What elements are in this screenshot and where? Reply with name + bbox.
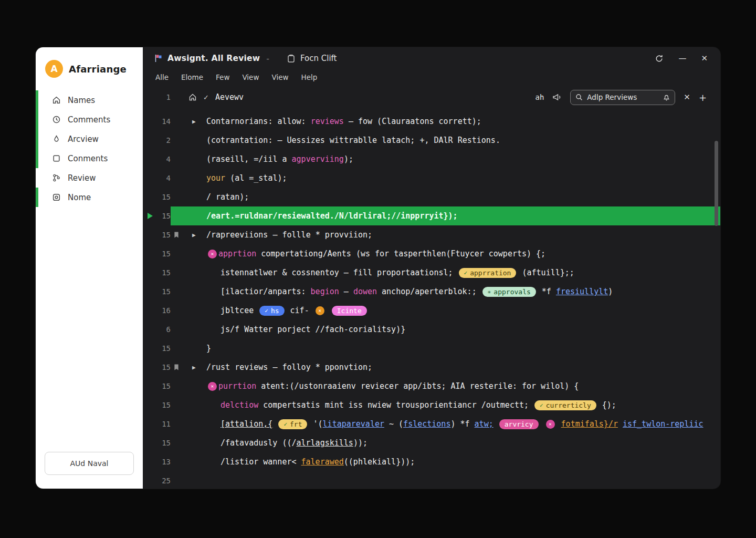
line-number: 15 bbox=[143, 193, 171, 201]
sidebar-item-names[interactable]: Names bbox=[36, 90, 143, 110]
code-line[interactable]: 11[attalion,{ ✓frt '(litaparevaler ~ (fs… bbox=[143, 415, 720, 433]
code-token: cif- bbox=[286, 306, 314, 315]
code-line[interactable]: 15} bbox=[143, 339, 720, 358]
code-token: /rust reviews — folloy * pponvtion; bbox=[206, 363, 372, 372]
check-icon: ✓ bbox=[265, 307, 268, 314]
line-number: 6 bbox=[143, 325, 171, 334]
sidebar-item-conments[interactable]: Conments bbox=[36, 149, 143, 168]
code-line[interactable]: 13/listior wanner< falerawed((phlekiall}… bbox=[143, 452, 720, 471]
fold-arrow-icon[interactable]: ▶ bbox=[192, 364, 196, 371]
sidebar-item-nome[interactable]: Nome bbox=[36, 188, 143, 207]
code-token bbox=[540, 419, 544, 429]
menu-item-3[interactable]: View bbox=[242, 73, 259, 81]
code-line[interactable]: 15▶/rust reviews — folloy * pponvtion; bbox=[143, 358, 720, 377]
code-line[interactable]: 6js/f Watter porject //fach-corialitsy)} bbox=[143, 320, 720, 339]
bookmark-icon[interactable] bbox=[174, 232, 179, 239]
code-text: jbltcee ✓hs cif- ✕ Icinte bbox=[206, 306, 368, 316]
code-line[interactable]: 14▶Contarnorians: allow: reviews — fow (… bbox=[143, 112, 720, 131]
fold-arrow-icon[interactable]: ▶ bbox=[192, 118, 196, 125]
code-text: / ratan); bbox=[206, 192, 249, 202]
code-line-body: [ilactior/anparts: begion — dowen anchop… bbox=[171, 282, 720, 301]
badge-currerticly[interactable]: ✓currerticly bbox=[534, 400, 596, 410]
code-line[interactable]: 15istennatlwer & cossnentoy — fill propo… bbox=[143, 263, 720, 282]
menu-item-1[interactable]: Elome bbox=[181, 73, 203, 81]
menu-item-0[interactable]: Alle bbox=[155, 73, 169, 81]
code-line[interactable]: 16jbltcee ✓hs cif- ✕ Icinte bbox=[143, 301, 720, 320]
restore-icon[interactable] bbox=[655, 54, 664, 63]
close-icon[interactable]: ✕ bbox=[701, 55, 708, 63]
code-line[interactable]: 2(cotrantation: — Uessizes wittrablle la… bbox=[143, 131, 720, 150]
code-line[interactable]: 25 bbox=[143, 471, 720, 489]
code-text: your (al =_stal); bbox=[206, 173, 287, 183]
line-number: 15 bbox=[143, 212, 171, 220]
badge-Icinte[interactable]: Icinte bbox=[332, 306, 367, 316]
app-logo: A Afarriange bbox=[36, 47, 143, 88]
code-token: )); bbox=[353, 438, 368, 448]
code-line-body: ✕apprtion compertationg/Aents (ws for ta… bbox=[171, 244, 720, 263]
code-line[interactable]: 4(raseill, =/iil a agpverviing); bbox=[143, 150, 720, 169]
home-icon[interactable] bbox=[188, 93, 197, 101]
code-token: apprtion bbox=[218, 249, 256, 258]
line-number: 15 bbox=[143, 250, 171, 258]
badge-arvricy[interactable]: arvricy bbox=[499, 419, 539, 429]
add-button[interactable]: AUd Naval bbox=[45, 452, 134, 475]
code-token: jbltcee bbox=[220, 306, 258, 315]
app-title: Awsignt. All Review bbox=[167, 54, 260, 63]
line-number: 13 bbox=[143, 458, 171, 466]
scrollbar-thumb[interactable] bbox=[715, 141, 718, 226]
code-token: / ratan); bbox=[206, 192, 249, 202]
window-controls: — ✕ bbox=[655, 54, 708, 63]
search-input[interactable] bbox=[587, 93, 659, 101]
code-line-body: delctiow compertsatis mint iss nwiew tro… bbox=[171, 396, 720, 415]
badge-approvals[interactable]: ✳approvals bbox=[482, 287, 536, 297]
menu-item-4[interactable]: View bbox=[271, 73, 288, 81]
bookmark-icon[interactable] bbox=[174, 364, 179, 371]
code-line[interactable]: 15▶/rapreeviions — follle * provviion; bbox=[143, 225, 720, 244]
code-token: fresiullylt bbox=[556, 287, 608, 296]
fold-arrow-icon[interactable]: ▶ bbox=[192, 232, 196, 239]
code-line[interactable]: 15/fatavadusly ((/alrlagskills)); bbox=[143, 433, 720, 452]
menu-item-5[interactable]: Help bbox=[301, 73, 318, 81]
code-line-body: / ratan); bbox=[171, 188, 720, 206]
code-text: (raseill, =/iil a agpverviing); bbox=[206, 154, 353, 164]
code-token: ((phlekiall})); bbox=[344, 457, 415, 467]
badge-label: apprration bbox=[470, 269, 511, 277]
code-line[interactable]: 15delctiow compertsatis mint iss nwiew t… bbox=[143, 396, 720, 415]
add-icon[interactable]: + bbox=[699, 92, 707, 103]
code-line[interactable]: 4your (al =_stal); bbox=[143, 169, 720, 188]
x-circle-icon[interactable]: ✕ bbox=[208, 250, 217, 258]
badge-label: approvals bbox=[494, 288, 530, 296]
code-token: ) *f bbox=[450, 419, 474, 429]
clear-search-icon[interactable]: ✕ bbox=[684, 92, 690, 102]
line-number: 15 bbox=[143, 287, 171, 296]
code-line[interactable]: 15/ ratan); bbox=[143, 188, 720, 206]
code-line[interactable]: 15✕purrtion atent:(/ustonraaienv reviece… bbox=[143, 377, 720, 396]
sidebar-item-label: Comments bbox=[68, 115, 110, 125]
code-line[interactable]: 15[ilactior/anparts: begion — dowen anch… bbox=[143, 282, 720, 301]
badge-frt[interactable]: ✓frt bbox=[278, 419, 307, 429]
code-line[interactable]: 15/eart.=ruldnar/resiewalted./N/ldrliral… bbox=[143, 206, 720, 225]
code-line[interactable]: 15✕apprtion compertationg/Aents (ws for … bbox=[143, 244, 720, 263]
x-circle-icon[interactable]: ✕ bbox=[546, 420, 555, 429]
sidebar-item-review[interactable]: Review bbox=[36, 168, 143, 188]
minimize-icon[interactable]: — bbox=[678, 55, 686, 63]
code-token: /rapreeviions — follle * provviion; bbox=[206, 230, 372, 240]
code-token: fotmifals}/r bbox=[561, 419, 618, 429]
line-number: 15 bbox=[143, 231, 171, 239]
badge-hs[interactable]: ✓hs bbox=[259, 306, 284, 316]
menu-item-2[interactable]: Few bbox=[216, 73, 229, 81]
editor-panel: Awsignt. All Review - Focn Clift — ✕ All… bbox=[143, 47, 720, 489]
code-text: [ilactior/anparts: begion — dowen anchop… bbox=[206, 287, 613, 297]
line-number: 4 bbox=[143, 174, 171, 182]
x-circle-icon[interactable]: ✕ bbox=[316, 306, 324, 315]
badge-apprration[interactable]: ✓apprration bbox=[459, 268, 517, 278]
megaphone-icon[interactable] bbox=[552, 93, 562, 101]
bell-icon[interactable] bbox=[663, 94, 670, 101]
code-text: ✕purrtion atent:(/ustonraaienv reviecer … bbox=[206, 381, 579, 391]
sidebar-item-comments[interactable]: Comments bbox=[36, 110, 143, 129]
code-token: falerawed bbox=[301, 457, 344, 467]
sidebar-item-arcview[interactable]: Arcview bbox=[36, 129, 143, 149]
home-icon bbox=[51, 96, 61, 105]
badge-label: arvricy bbox=[505, 420, 533, 428]
x-circle-icon[interactable]: ✕ bbox=[208, 382, 217, 391]
